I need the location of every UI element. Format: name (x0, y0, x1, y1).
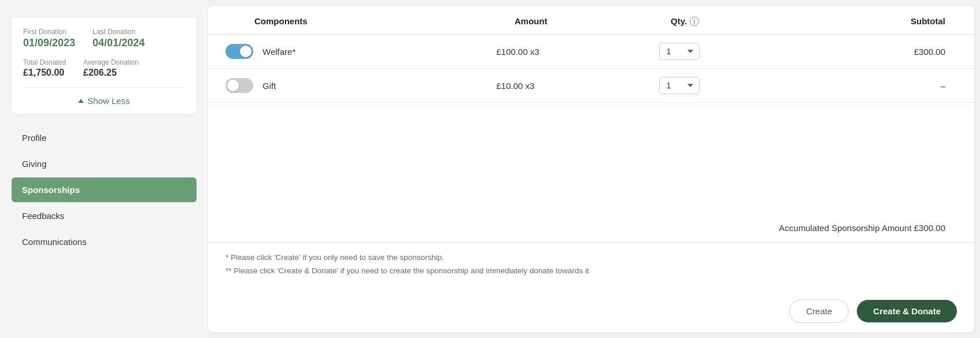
average-donation-value: £206.25 (83, 68, 139, 78)
welfare-toggle-thumb (240, 46, 252, 57)
note-2: ** Please click 'Create & Donate' if you… (225, 266, 957, 275)
col-components: Components (254, 16, 515, 26)
welfare-amount: £100.00 x3 (497, 47, 659, 57)
welfare-component-cell: Welfare* (225, 44, 497, 59)
stats-card: First Donation 01/09/2023 Last Donation … (12, 17, 197, 114)
last-donation-value: 04/01/2024 (93, 37, 145, 49)
welfare-toggle[interactable] (225, 44, 253, 59)
create-button[interactable]: Create (789, 299, 849, 323)
first-donation-value: 01/09/2023 (23, 37, 75, 49)
gift-name: Gift (262, 81, 276, 91)
gift-amount: £10.00 x3 (497, 81, 659, 91)
average-donation-stat: Average Donation £206.25 (83, 58, 139, 78)
sidebar-item-sponsorships[interactable]: Sponsorships (12, 177, 197, 202)
total-donated-stat: Total Donated £1,750.00 (23, 58, 66, 78)
gift-subtotal: – (794, 81, 957, 91)
first-donation-label: First Donation (23, 28, 75, 36)
sidebar-item-profile[interactable]: Profile (12, 125, 197, 150)
notes-section: * Please click 'Create' if you only need… (208, 243, 974, 290)
welfare-name: Welfare* (262, 47, 295, 57)
sidebar: First Donation 01/09/2023 Last Donation … (0, 0, 208, 338)
qty-info-icon[interactable]: i (690, 17, 699, 26)
table-row: Gift £10.00 x3 1 2 3 – (208, 69, 974, 103)
create-donate-button[interactable]: Create & Donate (857, 300, 957, 322)
arrow-up-icon (78, 99, 84, 103)
accumulated-label: Accumulated Sponsorship Amount (779, 223, 911, 233)
gift-toggle-track (225, 78, 253, 93)
gift-toggle[interactable] (225, 78, 253, 93)
stats-row-bottom: Total Donated £1,750.00 Average Donation… (23, 58, 185, 78)
nav-items: Profile Giving Sponsorships Feedbacks Co… (0, 125, 208, 254)
stats-row-top: First Donation 01/09/2023 Last Donation … (23, 28, 185, 49)
col-amount: Amount (515, 16, 671, 26)
show-less-button[interactable]: Show Less (23, 87, 185, 114)
last-donation-stat: Last Donation 04/01/2024 (93, 28, 145, 49)
gift-toggle-thumb (227, 80, 239, 91)
note-1: * Please click 'Create' if you only need… (225, 253, 957, 262)
gift-component-cell: Gift (225, 78, 497, 93)
col-subtotal: Subtotal (801, 16, 957, 26)
gift-qty-select[interactable]: 1 2 3 (659, 77, 700, 94)
table-row: Welfare* £100.00 x3 1 2 3 £300.00 (208, 35, 974, 69)
welfare-subtotal: £300.00 (794, 47, 957, 57)
accumulated-row: Accumulated Sponsorship Amount £300.00 (208, 214, 974, 243)
welfare-qty-select[interactable]: 1 2 3 (659, 43, 700, 60)
col-qty: Qty. i (671, 16, 801, 26)
main-content: Components Amount Qty. i Subtotal Welfar… (208, 6, 974, 332)
sidebar-item-giving[interactable]: Giving (12, 151, 197, 176)
table-body: Welfare* £100.00 x3 1 2 3 £300.00 G (208, 35, 974, 214)
average-donation-label: Average Donation (83, 58, 139, 66)
total-donated-label: Total Donated (23, 58, 66, 66)
table-header: Components Amount Qty. i Subtotal (208, 6, 974, 35)
show-less-label: Show Less (87, 96, 130, 106)
gift-qty-cell: 1 2 3 (659, 77, 794, 94)
first-donation-stat: First Donation 01/09/2023 (23, 28, 75, 49)
welfare-toggle-track (225, 44, 253, 59)
actions-row: Create Create & Donate (208, 290, 974, 332)
last-donation-label: Last Donation (93, 28, 145, 36)
accumulated-value: £300.00 (914, 223, 945, 233)
sidebar-item-communications[interactable]: Communications (12, 229, 197, 254)
sidebar-item-feedbacks[interactable]: Feedbacks (12, 203, 197, 228)
total-donated-value: £1,750.00 (23, 68, 66, 78)
welfare-qty-cell: 1 2 3 (659, 43, 794, 60)
